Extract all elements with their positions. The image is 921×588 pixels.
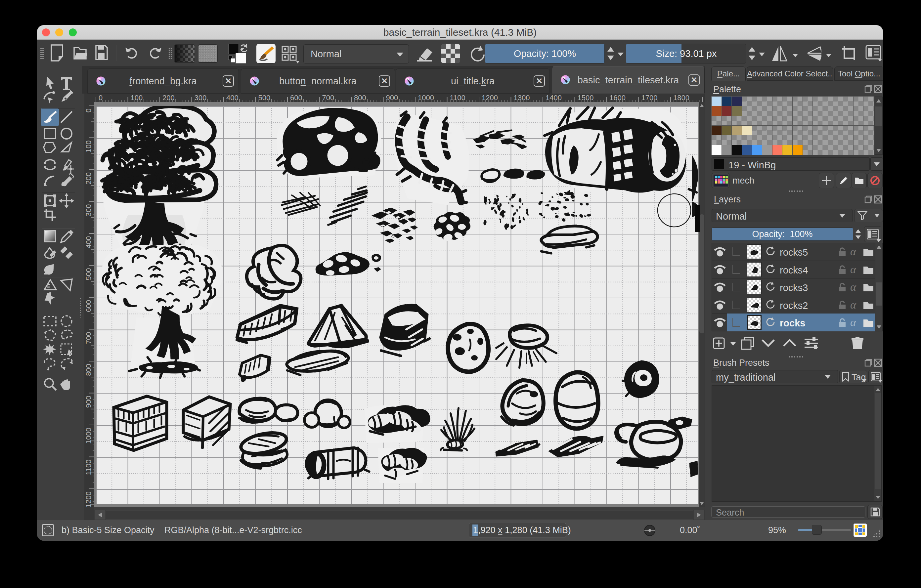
svg-text:700: 700 — [85, 332, 93, 344]
svg-text:1800: 1800 — [673, 94, 690, 102]
svg-text:1700: 1700 — [641, 94, 658, 102]
svg-text:100: 100 — [85, 141, 93, 153]
svg-text:1600: 1600 — [609, 94, 626, 102]
svg-text:1400: 1400 — [545, 94, 562, 102]
svg-text:1200: 1200 — [482, 94, 498, 102]
svg-text:1500: 1500 — [578, 94, 594, 102]
svg-text:0: 0 — [85, 109, 93, 112]
svg-text:500: 500 — [85, 268, 93, 281]
svg-text:900: 900 — [85, 396, 93, 408]
svg-text:800: 800 — [85, 364, 93, 376]
svg-text:1000: 1000 — [85, 427, 93, 444]
svg-text:600: 600 — [85, 300, 93, 312]
svg-text:300: 300 — [85, 205, 93, 217]
svg-text:400: 400 — [85, 236, 93, 249]
svg-text:1000: 1000 — [418, 94, 434, 102]
svg-text:200: 200 — [85, 172, 93, 185]
svg-text:1300: 1300 — [514, 94, 530, 102]
